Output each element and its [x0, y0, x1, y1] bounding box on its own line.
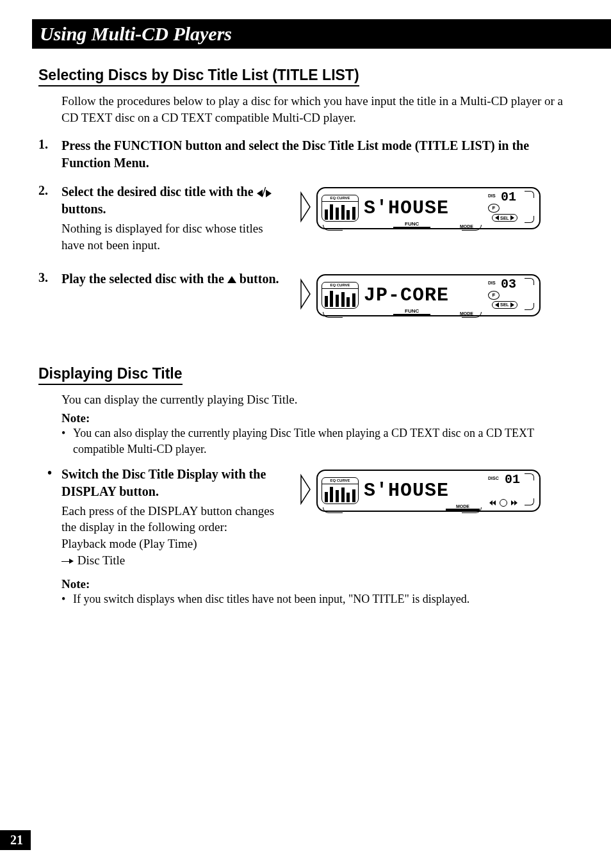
pointer-icon [298, 190, 313, 226]
up-arrow-icon [227, 276, 236, 283]
bracket-icon [525, 191, 534, 198]
lcd-text-section2: S'HOUSE [364, 480, 485, 502]
func-label: FUNC [393, 221, 430, 229]
tri-left-icon [495, 215, 499, 220]
disc-label: DIS [488, 281, 496, 285]
eq-curve-label: EQ CURVE [322, 195, 358, 202]
bracket-icon [525, 278, 534, 285]
left-arrow-icon [257, 190, 263, 197]
display-switch-step: • Switch the Disc Title Display with the… [38, 466, 573, 569]
bullet-mark: • [38, 466, 61, 569]
section-heading-title-list: Selecting Discs by Disc Title List (TITL… [38, 67, 359, 86]
tri-right-icon [510, 215, 514, 220]
eq-curve-label: EQ CURVE [322, 478, 358, 484]
display-panel-step3: EQ CURVE JP-CORE DIS 03 F [298, 274, 541, 316]
tri-left-icon [495, 302, 499, 307]
step-1: 1. Press the FUNCTION button and select … [38, 137, 573, 172]
disc-number: 01 [501, 190, 516, 204]
step-2-text: Nothing is displayed for disc whose titl… [61, 220, 279, 253]
page-number: 21 [0, 830, 31, 850]
note-1-text: You can also display the currently playi… [73, 425, 573, 457]
track-controls [489, 499, 517, 507]
section2-intro: You can display the currently playing Di… [61, 391, 573, 408]
lcd-text-step2: S'HOUSE [364, 197, 485, 219]
f-indicator: F [488, 204, 500, 213]
step-1-instruction: Press the FUNCTION button and select the… [61, 137, 573, 172]
right-cluster: DIS 03 F SEL [485, 278, 535, 313]
bracket-deco [323, 312, 343, 318]
step-2-num: 2. [38, 183, 61, 198]
display-switch-text3: Disc Title [61, 552, 279, 569]
step-2-instruction: Select the desired disc title with the /… [61, 183, 279, 218]
prev-track-icon [489, 500, 496, 505]
disc-title-label: Disc Title [77, 553, 125, 567]
step-3: 3. Play the selected disc with the butto… [38, 270, 573, 316]
sel-label: SEL [500, 216, 509, 220]
bracket-deco [462, 507, 482, 513]
display-switch-text1: Each press of the DISPLAY button changes… [61, 503, 279, 536]
sel-indicator: SEL [492, 301, 517, 309]
note-2-text: If you switch displays when disc titles … [73, 591, 469, 607]
section1-intro: Follow the procedures below to play a di… [61, 93, 573, 126]
note-2: • If you switch displays when disc title… [61, 591, 573, 607]
disc-number: 03 [501, 277, 516, 291]
right-cluster: DIS 01 F SEL [485, 191, 535, 225]
bracket-icon [525, 473, 534, 480]
tri-right-icon [510, 302, 514, 307]
title-bar-text: Using Multi-CD Players [40, 23, 232, 44]
bracket-deco [462, 312, 482, 318]
display-panel-section2: EQ CURVE S'HOUSE DISC 01 [298, 470, 541, 512]
bracket-deco [323, 225, 343, 231]
note-2-label: Note: [61, 577, 573, 591]
bracket-icon [525, 303, 534, 310]
func-label: FUNC [393, 308, 430, 316]
display-switch-bold: Switch the Disc Title Display with the D… [61, 466, 279, 500]
bracket-deco [462, 225, 482, 231]
bracket-deco [323, 507, 343, 513]
step-2-bold-b: buttons. [61, 202, 106, 216]
next-track-icon [511, 500, 517, 505]
sel-indicator: SEL [492, 214, 517, 222]
sel-label: SEL [500, 302, 509, 307]
step-3-num: 3. [38, 270, 61, 285]
disc-label: DISC [488, 476, 499, 480]
display-switch-text2: Playback mode (Play Time) [61, 536, 279, 552]
disc-label: DIS [488, 193, 496, 198]
page: Using Multi-CD Players Selecting Discs b… [0, 0, 611, 868]
step-1-num: 1. [38, 137, 61, 152]
pointer-icon [298, 473, 313, 509]
display-panel-step2: EQ CURVE S'HOUSE DIS 01 F [298, 187, 541, 229]
circle-icon [500, 499, 507, 507]
eq-curve-block: EQ CURVE [322, 477, 359, 504]
right-cluster-alt: DISC 01 [485, 473, 535, 508]
eq-curve-block: EQ CURVE [322, 282, 359, 309]
f-indicator: F [488, 291, 500, 300]
title-bar: Using Multi-CD Players [32, 19, 611, 49]
lcd-text-step3: JP-CORE [364, 284, 485, 306]
step-2: 2. Select the desired disc title with th… [38, 183, 573, 253]
note-1-label: Note: [61, 411, 573, 425]
eq-curve-block: EQ CURVE [322, 195, 359, 222]
step-3-bold-b: button. [236, 272, 279, 286]
section-heading-displaying: Displaying Disc Title [38, 365, 183, 385]
step-3-instruction: Play the selected disc with the button. [61, 270, 279, 288]
note-1: • You can also display the currently pla… [61, 425, 573, 457]
disc-number: 01 [505, 472, 520, 487]
step-2-bold-a: Select the desired disc title with the [61, 184, 257, 199]
right-arrow-icon [266, 190, 272, 197]
step-3-bold-a: Play the selected disc with the [61, 272, 227, 286]
bracket-icon [525, 498, 534, 505]
bracket-icon [525, 216, 534, 223]
pointer-icon [298, 277, 313, 313]
eq-curve-label: EQ CURVE [322, 283, 358, 289]
